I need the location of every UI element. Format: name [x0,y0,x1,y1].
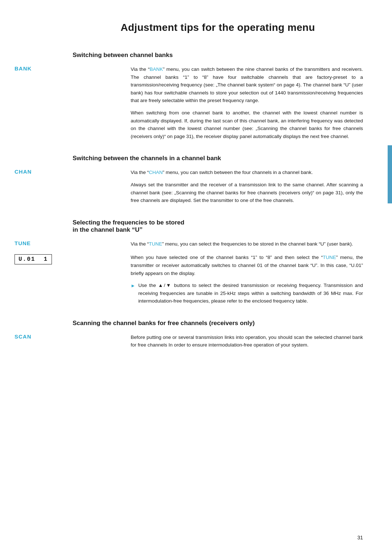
tune-display-box-col: U.01 1 [15,254,73,264]
tune-section-heading: Selecting the frequencies to be stored i… [73,219,363,234]
tune-display-row: U.01 1 When you have selected one of the… [73,254,363,305]
scan-para-1: Before putting one or several transmissi… [131,333,363,349]
bullet-triangle-icon: ► [131,282,135,290]
tune-bullet: ► Use the ▲/▼ buttons to select the desi… [131,281,363,305]
scan-section: Scanning the channel banks for free chan… [73,320,363,349]
bank-section-heading: Switching between channel banks [73,52,363,59]
scan-text: Before putting one or several transmissi… [131,333,363,349]
scan-content-row: SCAN Before putting one or several trans… [73,333,363,349]
bank-content-row: BANK Via the “BANK” menu, you can switch… [73,65,363,140]
tune-text-2: When you have selected one of the channe… [131,254,363,305]
bank-para-1: Via the “BANK” menu, you can switch betw… [131,65,363,105]
scan-label: SCAN [15,333,73,340]
bank-para-2: When switching from one channel bank to … [131,109,363,140]
tune-display: U.01 1 [15,254,52,264]
chan-para-1: Via the “CHAN” menu, you can switch betw… [131,169,363,177]
tune-para-2: When you have selected one of the channe… [131,254,363,277]
chan-para-2: Always set the transmitter and the recei… [131,181,363,204]
tune-text-1: Via the “TUNE” menu, you can select the … [131,240,363,248]
bank-section: Switching between channel banks BANK Via… [73,52,363,140]
chan-content-row: CHAN Via the “CHAN” menu, you can switch… [73,169,363,204]
tune-para-1: Via the “TUNE” menu, you can select the … [131,240,363,248]
bank-highlight-1: BANK [150,66,163,72]
chan-section: Switching between the channels in a chan… [73,155,363,204]
bank-text: Via the “BANK” menu, you can switch betw… [131,65,363,140]
tune-content-row-1: TUNE Via the “TUNE” menu, you can select… [73,240,363,248]
page-title: Adjustment tips for the operating menu [73,22,363,33]
bank-label: BANK [15,65,73,72]
page-container: Adjustment tips for the operating menu S… [0,0,392,555]
side-accent-bar [388,145,392,203]
tune-section: Selecting the frequencies to be stored i… [73,219,363,305]
scan-section-heading: Scanning the channel banks for free chan… [73,320,363,327]
chan-label: CHAN [15,169,73,175]
chan-section-heading: Switching between the channels in a chan… [73,155,363,162]
chan-highlight-1: CHAN [149,170,163,175]
tune-highlight-1: TUNE [149,241,162,247]
tune-bullet-text: Use the ▲/▼ buttons to select the desire… [138,281,363,305]
chan-text: Via the “CHAN” menu, you can switch betw… [131,169,363,204]
tune-highlight-2: TUNE [323,255,336,260]
tune-label: TUNE [15,240,73,246]
page-number: 31 [357,535,363,540]
